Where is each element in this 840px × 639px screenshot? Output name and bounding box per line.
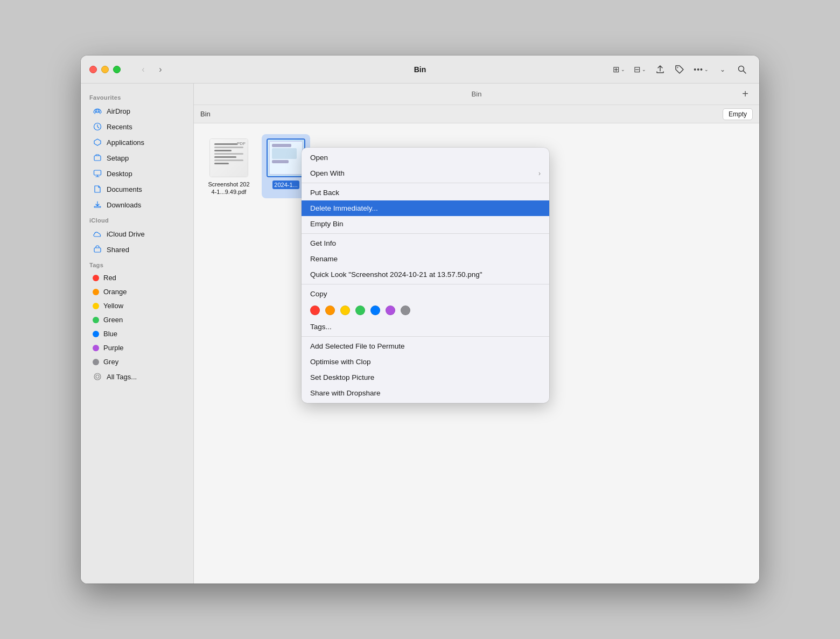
ctx-tags[interactable]: Tags...: [302, 319, 549, 335]
ctx-share-dropshare[interactable]: Share with Dropshare: [302, 385, 549, 401]
sidebar-item-airdrop[interactable]: AirDrop: [84, 103, 190, 119]
ctx-optimise-clop-label: Optimise with Clop: [310, 358, 371, 366]
ctx-sep-2: [302, 233, 549, 234]
context-menu: Open Open With › Put Back Delete Immedia…: [302, 148, 549, 403]
sidebar-item-setapp[interactable]: Setapp: [84, 150, 190, 165]
sidebar-item-documents[interactable]: Documents: [84, 182, 190, 197]
ctx-put-back[interactable]: Put Back: [302, 185, 549, 200]
close-button[interactable]: [89, 66, 97, 73]
ctx-add-permute[interactable]: Add Selected File to Permute: [302, 338, 549, 354]
ctx-sep-1: [302, 183, 549, 183]
forward-button[interactable]: ›: [153, 62, 168, 77]
svg-point-9: [96, 375, 99, 378]
pdf-label: PDF: [237, 141, 246, 146]
sidebar-item-desktop[interactable]: Desktop: [84, 166, 190, 181]
file-name-pdf: Screenshot 2024-1...9.49.pdf: [207, 180, 251, 196]
sidebar-item-all-tags[interactable]: All Tags...: [84, 369, 190, 384]
sidebar-item-downloads[interactable]: Downloads: [84, 197, 190, 212]
ctx-tag-yellow[interactable]: [340, 305, 350, 315]
ctx-tag-grey[interactable]: [401, 305, 410, 315]
pdf-line-6: [214, 159, 243, 161]
toolbar-right: ⊞ ⌄ ⊟ ⌄ ••• ⌄: [610, 61, 751, 78]
png-bar-2: [272, 148, 297, 159]
ctx-set-desktop[interactable]: Set Desktop Picture: [302, 370, 549, 385]
pdf-line-3: [214, 150, 232, 151]
red-dot: [93, 275, 99, 281]
sidebar-item-shared[interactable]: Shared: [84, 242, 190, 257]
all-tags-label: All Tags...: [107, 373, 137, 381]
purple-label: Purple: [103, 344, 124, 352]
ctx-get-info[interactable]: Get Info: [302, 235, 549, 251]
sidebar-item-orange[interactable]: Orange: [84, 285, 190, 298]
blue-label: Blue: [103, 330, 117, 338]
red-label: Red: [103, 274, 116, 282]
all-tags-icon: [93, 372, 102, 381]
sidebar-item-icloud-drive[interactable]: iCloud Drive: [84, 226, 190, 241]
ctx-delete-immediately[interactable]: Delete Immediately...: [302, 200, 549, 216]
sidebar-item-green[interactable]: Green: [84, 313, 190, 327]
grid-icon: ⊞: [613, 65, 620, 74]
downloads-label: Downloads: [107, 201, 141, 209]
view-icon-grid-button[interactable]: ⊞ ⌄: [610, 61, 628, 78]
svg-point-0: [677, 67, 678, 68]
new-folder-button[interactable]: +: [738, 87, 753, 102]
ctx-rename[interactable]: Rename: [302, 251, 549, 267]
ctx-rename-label: Rename: [310, 255, 338, 263]
empty-button[interactable]: Empty: [723, 108, 753, 120]
path-bar-label: Bin: [200, 110, 211, 118]
png-preview: [268, 140, 304, 176]
ctx-open[interactable]: Open: [302, 150, 549, 165]
applications-label: Applications: [107, 138, 144, 147]
ctx-quick-look[interactable]: Quick Look "Screenshot 2024-10-21 at 13.…: [302, 267, 549, 282]
more-button[interactable]: ••• ⌄: [690, 61, 712, 78]
search-icon: [737, 65, 747, 74]
breadcrumb-bar: Bin +: [194, 84, 759, 105]
share-button[interactable]: [652, 61, 669, 78]
svg-rect-6: [94, 206, 101, 207]
chevron-down-button[interactable]: ⌄: [714, 61, 731, 78]
sidebar-item-recents[interactable]: Recents: [84, 119, 190, 134]
tags-label: Tags: [81, 258, 193, 270]
ctx-tag-blue[interactable]: [370, 305, 380, 315]
maximize-button[interactable]: [113, 66, 121, 73]
view-list-button[interactable]: ⊟ ⌄: [631, 61, 649, 78]
sidebar-item-red[interactable]: Red: [84, 271, 190, 284]
yellow-label: Yellow: [103, 302, 123, 310]
list-icon: ⊟: [634, 65, 641, 74]
shared-label: Shared: [107, 246, 129, 254]
ctx-empty-bin[interactable]: Empty Bin: [302, 216, 549, 232]
ctx-open-with[interactable]: Open With ›: [302, 165, 549, 181]
ctx-tag-purple[interactable]: [386, 305, 395, 315]
main-layout: Favourites AirDrop: [81, 84, 759, 584]
sidebar-item-purple[interactable]: Purple: [84, 341, 190, 355]
ctx-tag-red[interactable]: [310, 305, 320, 315]
list-chevron-icon: ⌄: [642, 67, 646, 72]
ctx-open-with-arrow: ›: [538, 170, 541, 177]
ctx-open-label: Open: [310, 154, 328, 162]
pdf-line-4: [214, 153, 243, 155]
back-button[interactable]: ‹: [136, 62, 151, 77]
ctx-optimise-clop[interactable]: Optimise with Clop: [302, 354, 549, 370]
ctx-sep-4: [302, 336, 549, 337]
minimize-button[interactable]: [101, 66, 109, 73]
chevron-icon: ⌄: [720, 66, 725, 73]
png-preview-content: [269, 141, 302, 174]
desktop-label: Desktop: [107, 170, 132, 178]
ctx-share-dropshare-label: Share with Dropshare: [310, 389, 381, 397]
sidebar-item-applications[interactable]: Applications: [84, 135, 190, 150]
ctx-set-desktop-label: Set Desktop Picture: [310, 373, 374, 381]
search-button[interactable]: [733, 61, 751, 78]
file-item-pdf[interactable]: PDF Screenshot 2024-1...9.49.pdf: [205, 134, 253, 198]
sidebar-item-blue[interactable]: Blue: [84, 327, 190, 341]
applications-icon: [93, 137, 102, 147]
pdf-line-7: [214, 163, 229, 164]
traffic-lights: [89, 66, 121, 73]
ctx-tag-green[interactable]: [355, 305, 365, 315]
ctx-empty-bin-label: Empty Bin: [310, 220, 344, 228]
tag-button[interactable]: [671, 61, 688, 78]
ctx-copy[interactable]: Copy: [302, 286, 549, 302]
ctx-color-row: [302, 302, 549, 319]
ctx-tag-orange[interactable]: [325, 305, 335, 315]
sidebar-item-grey[interactable]: Grey: [84, 355, 190, 369]
sidebar-item-yellow[interactable]: Yellow: [84, 299, 190, 312]
